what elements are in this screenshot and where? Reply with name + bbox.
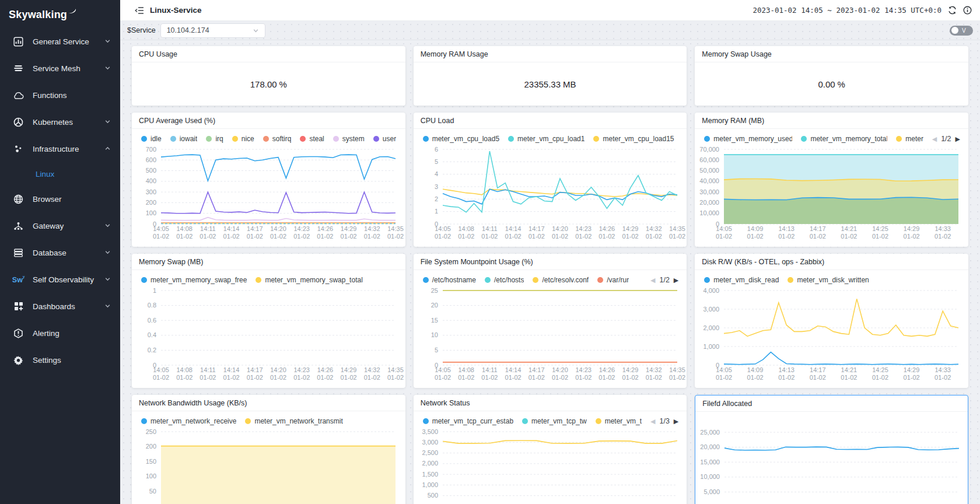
metric-value: 0.00: [818, 79, 835, 89]
svg-text:01-02: 01-02: [872, 374, 888, 381]
legend-prev-icon[interactable]: ◀: [932, 136, 937, 142]
svg-text:600: 600: [146, 156, 156, 163]
svg-text:01-02: 01-02: [598, 233, 615, 240]
sidebar-item-settings[interactable]: Settings: [0, 346, 120, 373]
refresh-icon[interactable]: [948, 6, 957, 15]
svg-text:14:11: 14:11: [200, 366, 216, 373]
svg-text:01-02: 01-02: [810, 233, 826, 240]
legend-dot: [170, 136, 176, 142]
sidebar-collapse-icon[interactable]: [135, 6, 144, 15]
legend-item-meter-vm-cpu-load15[interactable]: meter_vm_cpu_load15: [593, 135, 674, 143]
svg-text:01-02: 01-02: [176, 374, 192, 381]
svg-text:01-02: 01-02: [528, 374, 544, 381]
legend-prev-icon[interactable]: ◀: [650, 277, 655, 284]
service-select[interactable]: 10.104.2.174: [160, 23, 265, 38]
legend-item-meter-vm-memory-swap-free[interactable]: meter_vm_memory_swap_free: [141, 276, 247, 284]
svg-text:3: 3: [435, 183, 438, 190]
sidebar-item-general-service[interactable]: General Service: [0, 28, 120, 55]
dashboard-grid: CPU Usage178.00%Memory RAM Usage23355.33…: [132, 46, 968, 504]
chart-canvas: 00.20.40.60.8114:0501-0214:0801-0214:110…: [132, 285, 405, 385]
legend-page-number: 1/2: [659, 276, 669, 284]
sidebar-item-alerting[interactable]: Alerting: [0, 320, 120, 346]
legend-label: irq: [215, 135, 223, 143]
sidebar-item-browser[interactable]: Browser: [0, 186, 120, 212]
svg-text:6: 6: [435, 146, 438, 153]
svg-text:25: 25: [430, 287, 438, 294]
legend-item-softirq[interactable]: softirq: [263, 135, 292, 143]
metric-value: 23355.33: [524, 79, 561, 89]
gateway-menu-icon: [13, 220, 24, 232]
view-toggle[interactable]: V: [950, 26, 973, 36]
sidebar-item-functions[interactable]: Functions: [0, 82, 120, 108]
legend-item-etc-hosts[interactable]: /etc/hosts: [485, 276, 524, 284]
legend-label: meter_vm_memory_total: [810, 135, 887, 143]
info-icon[interactable]: [963, 6, 972, 15]
svg-text:14:20: 14:20: [270, 366, 286, 373]
sidebar-item-dashboards[interactable]: Dashboards: [0, 293, 120, 320]
legend-item-meter-vm-memory-total[interactable]: meter_vm_memory_total: [801, 135, 887, 143]
legend-label: meter_vm_t: [605, 417, 642, 425]
svg-text:14:26: 14:26: [317, 366, 334, 373]
legend-next-icon[interactable]: ▶: [674, 418, 678, 425]
svg-text:01-02: 01-02: [293, 374, 310, 381]
svg-text:14:26: 14:26: [598, 366, 615, 373]
legend-label: meter_vm_cpu_load15: [603, 135, 674, 143]
sidebar-item-kubernetes[interactable]: Kubernetes: [0, 108, 120, 135]
chevron-down-icon: [104, 275, 111, 284]
sidebar-item-self-observability[interactable]: SwʸSelf Observability: [0, 266, 120, 293]
legend-item-meter[interactable]: meter: [896, 135, 923, 143]
legend-item-irq[interactable]: irq: [206, 135, 223, 143]
sidebar-item-database[interactable]: Database: [0, 239, 120, 266]
sidebar-item-gateway[interactable]: Gateway: [0, 212, 120, 239]
legend-item-etc-hostname[interactable]: /etc/hostname: [423, 276, 476, 284]
svg-text:01-02: 01-02: [270, 374, 286, 381]
legend-item-meter-vm-disk-read[interactable]: meter_vm_disk_read: [704, 276, 779, 284]
svg-text:14:08: 14:08: [176, 225, 192, 232]
legend-item-meter-vm-network-transmit[interactable]: meter_vm_network_transmit: [245, 417, 342, 425]
chart-canvas: 05010015020025014:0501-0214:0801-0214:11…: [132, 426, 405, 504]
chart-title: Memory Swap (MB): [132, 254, 405, 270]
sidebar-item-infrastructure[interactable]: Infrastructure: [0, 135, 120, 162]
legend-item-meter-vm-cpu-load5[interactable]: meter_vm_cpu_load5: [423, 135, 499, 143]
legend-item-iowait[interactable]: iowait: [170, 135, 198, 143]
time-range-picker[interactable]: 2023-01-02 14:05 ~ 2023-01-02 14:35 UTC+…: [752, 6, 942, 15]
legend-next-icon[interactable]: ▶: [674, 277, 678, 284]
legend-item-meter-vm-cpu-load1[interactable]: meter_vm_cpu_load1: [508, 135, 584, 143]
legend-dot: [522, 418, 528, 424]
metric-card-value: 0.00%: [695, 62, 968, 106]
legend-label: /etc/hostname: [432, 276, 476, 284]
legend-item-steal[interactable]: steal: [300, 135, 324, 143]
legend-item-etc-resolv-conf[interactable]: /etc/resolv.conf: [533, 276, 589, 284]
legend-item-system[interactable]: system: [333, 135, 365, 143]
legend-item-meter-vm-network-receive[interactable]: meter_vm_network_receive: [141, 417, 236, 425]
legend-item-meter-vm-memory-swap-total[interactable]: meter_vm_memory_swap_total: [256, 276, 362, 284]
chart-canvas: 010020030040050060070014:0501-0214:0801-…: [132, 144, 405, 244]
svg-text:01-02: 01-02: [552, 374, 568, 381]
metric-card-value: 178.00%: [132, 62, 405, 106]
legend-item-meter-vm-disk-written[interactable]: meter_vm_disk_written: [788, 276, 869, 284]
svg-text:14:08: 14:08: [458, 225, 474, 232]
legend-item-meter-vm-t[interactable]: meter_vm_t: [596, 417, 642, 425]
svg-text:700: 700: [146, 146, 156, 153]
svg-text:01-02: 01-02: [598, 374, 615, 381]
legend-item-var-rur[interactable]: /var/rur: [597, 276, 629, 284]
legend-pagination: ◀1/3▶: [650, 417, 678, 425]
legend-prev-icon[interactable]: ◀: [650, 418, 655, 425]
svg-text:14:32: 14:32: [364, 366, 380, 373]
svg-text:3,000: 3,000: [422, 439, 438, 446]
sidebar-item-linux[interactable]: Linux: [0, 162, 120, 186]
svg-text:0.6: 0.6: [148, 317, 156, 324]
legend-next-icon[interactable]: ▶: [956, 136, 960, 142]
legend-item-meter-vm-tcp-tw[interactable]: meter_vm_tcp_tw: [522, 417, 587, 425]
legend-item-meter-vm-tcp-curr-estab[interactable]: meter_vm_tcp_curr_estab: [423, 417, 513, 425]
sidebar-nav: General ServiceService MeshFunctionsKube…: [0, 28, 120, 373]
legend-item-idle[interactable]: idle: [141, 135, 162, 143]
svg-text:14:35: 14:35: [387, 225, 404, 232]
legend-item-meter-vm-memory-used[interactable]: meter_vm_memory_used: [704, 135, 792, 143]
legend-item-nice[interactable]: nice: [232, 135, 254, 143]
legend-item-user[interactable]: user: [373, 135, 396, 143]
legend-label: meter_vm_memory_swap_free: [150, 276, 247, 284]
svg-text:01-02: 01-02: [505, 233, 521, 240]
sidebar-item-service-mesh[interactable]: Service Mesh: [0, 55, 120, 82]
svg-text:0.4: 0.4: [148, 331, 156, 338]
